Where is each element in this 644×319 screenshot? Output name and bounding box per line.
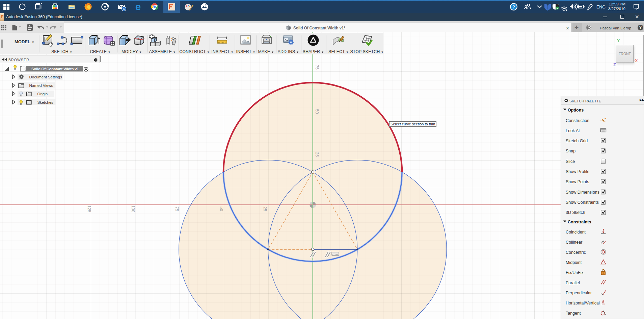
- svg-text:6: 6: [123, 7, 125, 11]
- svg-text:Collinear: Collinear: [566, 240, 582, 245]
- svg-text:Show Constraints: Show Constraints: [566, 200, 599, 205]
- svg-text:INSERT ▼: INSERT ▼: [236, 49, 256, 54]
- svg-text:Named Views: Named Views: [29, 83, 53, 88]
- svg-text:Document Settings: Document Settings: [29, 75, 62, 79]
- svg-text:3D Sketch: 3D Sketch: [566, 210, 585, 215]
- svg-text:Sketch Grid: Sketch Grid: [566, 139, 588, 143]
- svg-text:Midpoint: Midpoint: [566, 260, 582, 265]
- svg-text:Show Dimensions: Show Dimensions: [566, 190, 599, 195]
- svg-text:50: 50: [315, 109, 319, 114]
- svg-text:75: 75: [175, 206, 179, 211]
- svg-text:SHAPER ▼: SHAPER ▼: [303, 49, 324, 54]
- svg-text:Construction: Construction: [566, 118, 589, 123]
- svg-text:ENG: ENG: [596, 5, 606, 9]
- svg-text:Parallel: Parallel: [566, 280, 580, 285]
- svg-text:3/27/2019: 3/27/2019: [608, 7, 625, 11]
- svg-text:ADD-INS ▼: ADD-INS ▼: [278, 49, 299, 54]
- svg-text:75: 75: [315, 65, 319, 70]
- svg-text:CONSTRUCT ▼: CONSTRUCT ▼: [179, 49, 210, 54]
- svg-text:12:59 PM: 12:59 PM: [609, 2, 625, 6]
- svg-text:INSPECT ▼: INSPECT ▼: [211, 49, 233, 54]
- svg-text:Sketches: Sketches: [37, 100, 54, 104]
- svg-text:Show Points: Show Points: [566, 179, 589, 184]
- svg-text:Snap: Snap: [566, 149, 575, 153]
- svg-text:Fix/UnFix: Fix/UnFix: [566, 270, 584, 275]
- svg-text:Options: Options: [568, 108, 584, 113]
- svg-text:CREATE ▼: CREATE ▼: [90, 49, 110, 54]
- svg-text:Coincident: Coincident: [566, 230, 586, 235]
- svg-text:Tangent: Tangent: [566, 311, 581, 316]
- svg-text:100: 100: [131, 205, 135, 213]
- svg-text:?: ?: [512, 4, 515, 9]
- svg-text:Show Profile: Show Profile: [566, 169, 589, 174]
- svg-text:e: e: [135, 1, 141, 12]
- svg-text:SKETCH ▼: SKETCH ▼: [51, 49, 72, 54]
- svg-text:50: 50: [219, 206, 224, 211]
- svg-text:Origin: Origin: [37, 92, 48, 96]
- svg-text:25: 25: [263, 206, 267, 211]
- svg-text:Horizontal/Vertical: Horizontal/Vertical: [566, 301, 600, 305]
- svg-text:ASSEMBLE ▼: ASSEMBLE ▼: [149, 49, 176, 54]
- svg-text:MAKE ▼: MAKE ▼: [258, 49, 274, 54]
- svg-text:Look At: Look At: [566, 128, 580, 133]
- svg-text:25: 25: [315, 152, 319, 157]
- svg-text:MODIFY ▼: MODIFY ▼: [122, 49, 142, 54]
- svg-text:Slice: Slice: [566, 159, 575, 164]
- svg-text:Perpendicular: Perpendicular: [566, 291, 592, 295]
- svg-text:Constraints: Constraints: [568, 220, 591, 224]
- svg-text:Concentric: Concentric: [566, 250, 586, 255]
- svg-text:125: 125: [87, 205, 91, 213]
- svg-text:STOP SKETCH ▼: STOP SKETCH ▼: [350, 49, 383, 54]
- svg-text:Solid Of Constant Width v1: Solid Of Constant Width v1: [31, 67, 79, 71]
- svg-text:SELECT ▼: SELECT ▼: [328, 49, 349, 54]
